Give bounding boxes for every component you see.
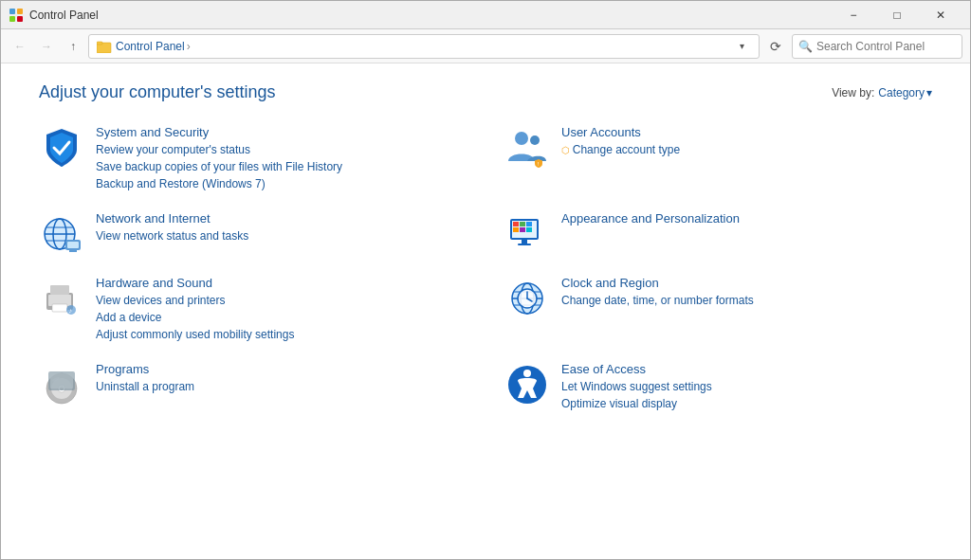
system-security-link-2[interactable]: Backup and Restore (Windows 7) bbox=[96, 175, 342, 192]
clock-region-text: Clock and Region Change date, time, or n… bbox=[561, 276, 754, 309]
category-user-accounts: ! User Accounts ⬡ Change account type bbox=[504, 125, 932, 192]
clock-region-icon bbox=[504, 276, 550, 321]
programs-link-0[interactable]: Uninstall a program bbox=[96, 378, 194, 395]
minimize-button[interactable]: − bbox=[832, 1, 875, 29]
category-clock-region: Clock and Region Change date, time, or n… bbox=[504, 276, 932, 343]
network-internet-title[interactable]: Network and Internet bbox=[96, 211, 248, 226]
programs-icon bbox=[39, 362, 84, 407]
category-hardware-sound: ♪ Hardware and Sound View devices and pr… bbox=[39, 276, 467, 343]
category-system-security: System and Security Review your computer… bbox=[39, 125, 467, 192]
forward-button[interactable]: → bbox=[35, 35, 58, 58]
svg-rect-24 bbox=[520, 227, 525, 232]
hardware-sound-icon: ♪ bbox=[39, 276, 84, 321]
search-input[interactable] bbox=[816, 40, 956, 53]
programs-text: Programs Uninstall a program bbox=[96, 362, 194, 395]
clock-region-link-0[interactable]: Change date, time, or number formats bbox=[561, 292, 754, 309]
svg-text:♪: ♪ bbox=[69, 307, 73, 314]
titlebar-controls: − □ ✕ bbox=[832, 1, 962, 29]
svg-rect-3 bbox=[17, 16, 23, 22]
back-button[interactable]: ← bbox=[9, 35, 31, 58]
svg-rect-50 bbox=[50, 373, 73, 388]
svg-rect-26 bbox=[522, 240, 527, 244]
svg-rect-22 bbox=[526, 222, 532, 226]
category-network-internet: Network and Internet View network status… bbox=[39, 211, 467, 257]
search-icon: 🔍 bbox=[798, 40, 813, 53]
appearance-text: Appearance and Personalization bbox=[561, 211, 740, 227]
hardware-sound-link-1[interactable]: Add a device bbox=[96, 309, 294, 326]
hardware-sound-link-2[interactable]: Adjust commonly used mobility settings bbox=[96, 326, 294, 343]
category-ease-of-access: Ease of Access Let Windows suggest setti… bbox=[504, 362, 932, 412]
address-path-root[interactable]: Control Panel bbox=[116, 40, 185, 53]
svg-rect-31 bbox=[52, 304, 67, 312]
viewby-value-text: Category bbox=[878, 86, 925, 99]
maximize-button[interactable]: □ bbox=[875, 1, 919, 29]
user-accounts-title[interactable]: User Accounts bbox=[561, 125, 680, 139]
user-accounts-link-0[interactable]: ⬡ Change account type bbox=[561, 141, 680, 158]
hardware-sound-text: Hardware and Sound View devices and prin… bbox=[96, 276, 294, 343]
page-header: Adjust your computer's settings View by:… bbox=[39, 82, 932, 102]
address-folder-icon bbox=[97, 40, 112, 53]
titlebar-left: Control Panel bbox=[9, 8, 99, 23]
search-box: 🔍 bbox=[792, 34, 962, 59]
page-title: Adjust your computer's settings bbox=[39, 82, 276, 102]
svg-rect-16 bbox=[67, 242, 79, 248]
hardware-sound-title[interactable]: Hardware and Sound bbox=[96, 276, 294, 290]
svg-rect-23 bbox=[513, 227, 519, 232]
svg-rect-5 bbox=[97, 42, 102, 45]
titlebar-title: Control Panel bbox=[29, 9, 99, 22]
user-accounts-icon: ! bbox=[504, 125, 550, 171]
refresh-button[interactable]: ⟳ bbox=[763, 34, 788, 59]
svg-rect-20 bbox=[513, 222, 519, 226]
address-dropdown-button[interactable]: ▾ bbox=[732, 41, 751, 51]
ease-of-access-link-0[interactable]: Let Windows suggest settings bbox=[561, 378, 712, 395]
viewby-label: View by: bbox=[832, 86, 874, 99]
close-button[interactable]: ✕ bbox=[919, 1, 962, 29]
svg-rect-1 bbox=[17, 9, 23, 14]
viewby-dropdown[interactable]: Category ▾ bbox=[878, 86, 932, 99]
system-security-link-1[interactable]: Save backup copies of your files with Fi… bbox=[96, 158, 342, 175]
ease-of-access-text: Ease of Access Let Windows suggest setti… bbox=[561, 362, 712, 412]
appearance-icon bbox=[504, 211, 550, 257]
titlebar: Control Panel − □ ✕ bbox=[1, 1, 970, 29]
svg-point-6 bbox=[515, 132, 528, 145]
system-security-icon bbox=[39, 125, 84, 171]
user-accounts-text: User Accounts ⬡ Change account type bbox=[561, 125, 680, 158]
system-security-title[interactable]: System and Security bbox=[96, 125, 342, 139]
titlebar-app-icon bbox=[9, 8, 24, 23]
categories-grid: System and Security Review your computer… bbox=[39, 125, 932, 431]
svg-rect-30 bbox=[50, 285, 69, 295]
programs-title[interactable]: Programs bbox=[96, 362, 194, 376]
svg-rect-0 bbox=[9, 9, 15, 14]
ease-of-access-icon bbox=[504, 362, 550, 407]
network-internet-text: Network and Internet View network status… bbox=[96, 211, 248, 244]
ease-of-access-title[interactable]: Ease of Access bbox=[561, 362, 712, 376]
address-path: Control Panel › bbox=[116, 40, 728, 53]
svg-rect-21 bbox=[520, 222, 525, 226]
svg-rect-25 bbox=[526, 227, 532, 232]
address-box: Control Panel › ▾ bbox=[88, 34, 760, 59]
main-content: Adjust your computer's settings View by:… bbox=[1, 63, 970, 450]
svg-point-7 bbox=[530, 135, 540, 145]
network-internet-icon bbox=[39, 211, 84, 257]
system-security-text: System and Security Review your computer… bbox=[96, 125, 342, 192]
category-appearance: Appearance and Personalization bbox=[504, 211, 932, 257]
ease-of-access-link-1[interactable]: Optimize visual display bbox=[561, 395, 712, 412]
view-by-control: View by: Category ▾ bbox=[832, 86, 932, 99]
up-button[interactable]: ↑ bbox=[62, 35, 84, 58]
network-internet-link-0[interactable]: View network status and tasks bbox=[96, 227, 248, 244]
addressbar: ← → ↑ Control Panel › ▾ ⟳ 🔍 bbox=[1, 29, 970, 63]
svg-rect-2 bbox=[9, 16, 15, 22]
appearance-title[interactable]: Appearance and Personalization bbox=[561, 211, 740, 226]
hardware-sound-link-0[interactable]: View devices and printers bbox=[96, 292, 294, 309]
system-security-link-0[interactable]: Review your computer's status bbox=[96, 141, 342, 158]
category-programs: Programs Uninstall a program bbox=[39, 362, 467, 412]
clock-region-title[interactable]: Clock and Region bbox=[561, 276, 754, 290]
viewby-arrow-icon: ▾ bbox=[926, 86, 932, 99]
svg-rect-27 bbox=[518, 244, 531, 245]
svg-point-52 bbox=[523, 370, 531, 377]
address-path-sep: › bbox=[187, 40, 191, 53]
svg-rect-17 bbox=[69, 250, 77, 252]
